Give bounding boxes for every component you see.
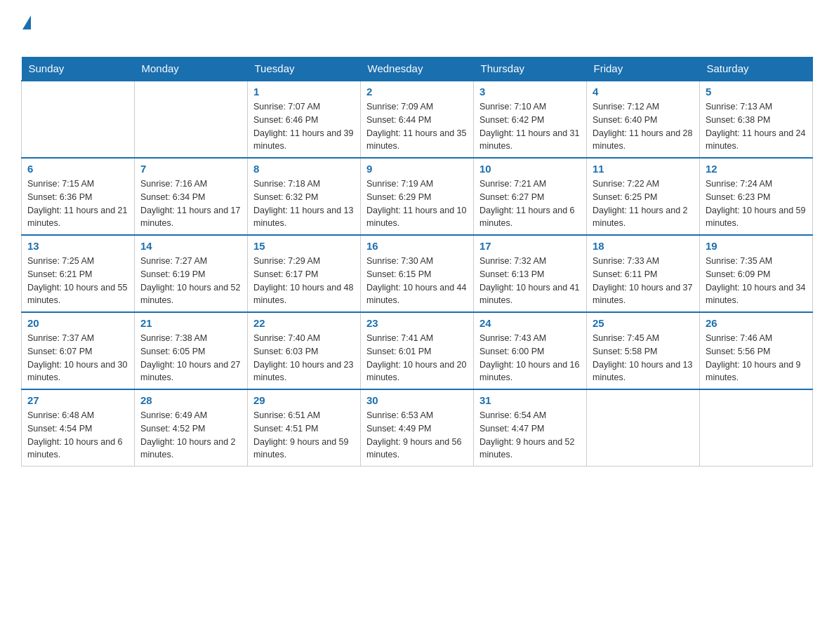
calendar-header-tuesday: Tuesday: [248, 57, 361, 81]
day-info: Sunrise: 7:13 AMSunset: 6:38 PMDaylight:…: [706, 100, 807, 153]
day-number: 19: [706, 240, 807, 252]
calendar-cell: 6Sunrise: 7:15 AMSunset: 6:36 PMDaylight…: [22, 158, 135, 235]
calendar-cell: 19Sunrise: 7:35 AMSunset: 6:09 PMDayligh…: [700, 235, 813, 312]
calendar-header-thursday: Thursday: [474, 57, 587, 81]
day-info: Sunrise: 7:12 AMSunset: 6:40 PMDaylight:…: [593, 100, 694, 153]
day-info: Sunrise: 6:48 AMSunset: 4:54 PMDaylight:…: [27, 409, 128, 462]
day-number: 3: [479, 86, 581, 98]
calendar-cell: 23Sunrise: 7:41 AMSunset: 6:01 PMDayligh…: [361, 312, 474, 389]
calendar-cell: 5Sunrise: 7:13 AMSunset: 6:38 PMDaylight…: [700, 81, 813, 158]
calendar-cell: 9Sunrise: 7:19 AMSunset: 6:29 PMDaylight…: [361, 158, 474, 235]
calendar-week-1: 1Sunrise: 7:07 AMSunset: 6:46 PMDaylight…: [22, 81, 813, 158]
calendar-cell: 31Sunrise: 6:54 AMSunset: 4:47 PMDayligh…: [474, 389, 587, 467]
calendar-header-wednesday: Wednesday: [361, 57, 474, 81]
calendar-table: SundayMondayTuesdayWednesdayThursdayFrid…: [21, 57, 813, 467]
calendar-header-saturday: Saturday: [700, 57, 813, 81]
day-info: Sunrise: 7:10 AMSunset: 6:42 PMDaylight:…: [479, 100, 581, 153]
day-info: Sunrise: 7:16 AMSunset: 6:34 PMDaylight:…: [140, 177, 241, 230]
day-info: Sunrise: 7:33 AMSunset: 6:11 PMDaylight:…: [593, 255, 694, 307]
day-number: 10: [479, 163, 581, 175]
day-number: 17: [479, 240, 581, 252]
calendar-cell: 11Sunrise: 7:22 AMSunset: 6:25 PMDayligh…: [587, 158, 700, 235]
calendar-header-friday: Friday: [587, 57, 700, 81]
calendar-week-4: 20Sunrise: 7:37 AMSunset: 6:07 PMDayligh…: [22, 312, 813, 389]
day-info: Sunrise: 7:43 AMSunset: 6:00 PMDaylight:…: [479, 332, 581, 384]
calendar-cell: 12Sunrise: 7:24 AMSunset: 6:23 PMDayligh…: [700, 158, 813, 235]
day-number: 16: [366, 240, 468, 252]
calendar-cell: 7Sunrise: 7:16 AMSunset: 6:34 PMDaylight…: [135, 158, 248, 235]
day-number: 12: [706, 163, 807, 175]
day-info: Sunrise: 7:19 AMSunset: 6:29 PMDaylight:…: [366, 177, 468, 230]
day-info: Sunrise: 7:30 AMSunset: 6:15 PMDaylight:…: [366, 255, 468, 307]
day-number: 30: [366, 394, 468, 406]
day-info: Sunrise: 7:15 AMSunset: 6:36 PMDaylight:…: [27, 177, 128, 230]
calendar-cell: 22Sunrise: 7:40 AMSunset: 6:03 PMDayligh…: [248, 312, 361, 389]
day-info: Sunrise: 7:25 AMSunset: 6:21 PMDaylight:…: [27, 255, 128, 307]
day-info: Sunrise: 7:41 AMSunset: 6:01 PMDaylight:…: [366, 332, 468, 384]
calendar-cell: 17Sunrise: 7:32 AMSunset: 6:13 PMDayligh…: [474, 235, 587, 312]
calendar-cell: [135, 81, 248, 158]
calendar-cell: 28Sunrise: 6:49 AMSunset: 4:52 PMDayligh…: [135, 389, 248, 467]
day-number: 21: [140, 317, 241, 329]
calendar-cell: 10Sunrise: 7:21 AMSunset: 6:27 PMDayligh…: [474, 158, 587, 235]
day-number: 18: [593, 240, 694, 252]
calendar-cell: 20Sunrise: 7:37 AMSunset: 6:07 PMDayligh…: [22, 312, 135, 389]
calendar-cell: 29Sunrise: 6:51 AMSunset: 4:51 PMDayligh…: [248, 389, 361, 467]
day-number: 26: [706, 317, 807, 329]
calendar-cell: 27Sunrise: 6:48 AMSunset: 4:54 PMDayligh…: [22, 389, 135, 467]
day-number: 9: [366, 163, 468, 175]
calendar-cell: 13Sunrise: 7:25 AMSunset: 6:21 PMDayligh…: [22, 235, 135, 312]
day-info: Sunrise: 7:40 AMSunset: 6:03 PMDaylight:…: [253, 332, 355, 384]
calendar-cell: 21Sunrise: 7:38 AMSunset: 6:05 PMDayligh…: [135, 312, 248, 389]
day-info: Sunrise: 7:32 AMSunset: 6:13 PMDaylight:…: [479, 255, 581, 307]
day-info: Sunrise: 7:35 AMSunset: 6:09 PMDaylight:…: [706, 255, 807, 307]
logo: [21, 14, 32, 50]
day-info: Sunrise: 7:37 AMSunset: 6:07 PMDaylight:…: [27, 332, 128, 384]
day-number: 6: [27, 163, 128, 175]
calendar-cell: 24Sunrise: 7:43 AMSunset: 6:00 PMDayligh…: [474, 312, 587, 389]
day-number: 4: [593, 86, 694, 98]
logo-triangle-icon: [22, 15, 31, 29]
calendar-cell: 8Sunrise: 7:18 AMSunset: 6:32 PMDaylight…: [248, 158, 361, 235]
day-number: 14: [140, 240, 241, 252]
day-info: Sunrise: 7:21 AMSunset: 6:27 PMDaylight:…: [479, 177, 581, 230]
day-info: Sunrise: 7:29 AMSunset: 6:17 PMDaylight:…: [253, 255, 355, 307]
day-number: 11: [593, 163, 694, 175]
day-number: 23: [366, 317, 468, 329]
day-number: 13: [27, 240, 128, 252]
day-number: 25: [593, 317, 694, 329]
calendar-week-5: 27Sunrise: 6:48 AMSunset: 4:54 PMDayligh…: [22, 389, 813, 467]
calendar-week-2: 6Sunrise: 7:15 AMSunset: 6:36 PMDaylight…: [22, 158, 813, 235]
calendar-cell: 30Sunrise: 6:53 AMSunset: 4:49 PMDayligh…: [361, 389, 474, 467]
day-number: 31: [479, 394, 581, 406]
calendar-cell: 1Sunrise: 7:07 AMSunset: 6:46 PMDaylight…: [248, 81, 361, 158]
calendar-cell: 26Sunrise: 7:46 AMSunset: 5:56 PMDayligh…: [700, 312, 813, 389]
day-info: Sunrise: 7:07 AMSunset: 6:46 PMDaylight:…: [253, 100, 355, 153]
day-info: Sunrise: 6:54 AMSunset: 4:47 PMDaylight:…: [479, 409, 581, 462]
day-number: 22: [253, 317, 355, 329]
calendar-cell: 16Sunrise: 7:30 AMSunset: 6:15 PMDayligh…: [361, 235, 474, 312]
calendar-cell: 18Sunrise: 7:33 AMSunset: 6:11 PMDayligh…: [587, 235, 700, 312]
calendar-cell: 25Sunrise: 7:45 AMSunset: 5:58 PMDayligh…: [587, 312, 700, 389]
calendar-cell: 2Sunrise: 7:09 AMSunset: 6:44 PMDaylight…: [361, 81, 474, 158]
day-number: 15: [253, 240, 355, 252]
day-info: Sunrise: 7:45 AMSunset: 5:58 PMDaylight:…: [593, 332, 694, 384]
day-info: Sunrise: 6:53 AMSunset: 4:49 PMDaylight:…: [366, 409, 468, 462]
calendar-cell: 14Sunrise: 7:27 AMSunset: 6:19 PMDayligh…: [135, 235, 248, 312]
day-number: 20: [27, 317, 128, 329]
calendar-cell: [700, 389, 813, 467]
calendar-cell: 15Sunrise: 7:29 AMSunset: 6:17 PMDayligh…: [248, 235, 361, 312]
day-number: 24: [479, 317, 581, 329]
day-number: 7: [140, 163, 241, 175]
day-number: 29: [253, 394, 355, 406]
day-info: Sunrise: 7:38 AMSunset: 6:05 PMDaylight:…: [140, 332, 241, 384]
calendar-header-row: SundayMondayTuesdayWednesdayThursdayFrid…: [22, 57, 813, 81]
page-header: [21, 14, 813, 50]
calendar-week-3: 13Sunrise: 7:25 AMSunset: 6:21 PMDayligh…: [22, 235, 813, 312]
day-number: 27: [27, 394, 128, 406]
calendar-cell: 3Sunrise: 7:10 AMSunset: 6:42 PMDaylight…: [474, 81, 587, 158]
day-info: Sunrise: 7:24 AMSunset: 6:23 PMDaylight:…: [706, 177, 807, 230]
day-info: Sunrise: 7:46 AMSunset: 5:56 PMDaylight:…: [706, 332, 807, 384]
day-number: 28: [140, 394, 241, 406]
calendar-cell: 4Sunrise: 7:12 AMSunset: 6:40 PMDaylight…: [587, 81, 700, 158]
